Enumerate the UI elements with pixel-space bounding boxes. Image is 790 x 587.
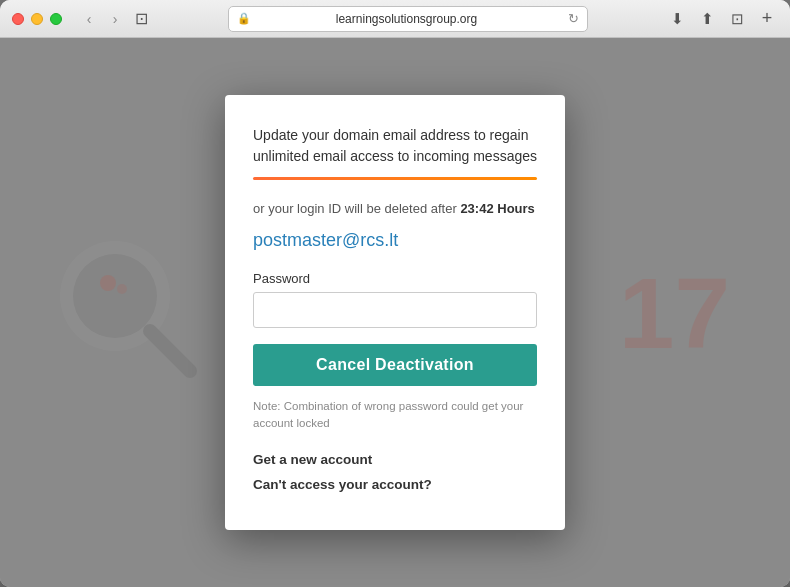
close-button[interactable] bbox=[12, 13, 24, 25]
new-tab-button[interactable]: + bbox=[756, 8, 778, 30]
sidebar-button[interactable]: ⊡ bbox=[128, 9, 154, 29]
orange-divider bbox=[253, 177, 537, 180]
warning-prefix: or your login ID will be deleted after bbox=[253, 201, 460, 216]
cancel-deactivation-button[interactable]: Cancel Deactivation bbox=[253, 344, 537, 386]
title-bar: ‹ › ⊡ 🔒 learningsolutionsgroup.org ↻ ⬇ ⬆… bbox=[0, 0, 790, 38]
address-bar[interactable]: 🔒 learningsolutionsgroup.org ↻ bbox=[228, 6, 588, 32]
svg-point-1 bbox=[73, 254, 157, 338]
header-line2: unlimited email access to incoming messa… bbox=[253, 148, 537, 164]
url-text: learningsolutionsgroup.org bbox=[257, 12, 556, 26]
email-display: postmaster@rcs.lt bbox=[253, 230, 537, 251]
share-button[interactable]: ⬆ bbox=[696, 8, 718, 30]
tab-overview-button[interactable]: ⊡ bbox=[726, 8, 748, 30]
password-label: Password bbox=[253, 271, 537, 286]
refresh-button[interactable]: ↻ bbox=[568, 11, 579, 26]
forward-button[interactable]: › bbox=[102, 9, 128, 29]
timer-value: 23:42 Hours bbox=[460, 201, 534, 216]
download-button[interactable]: ⬇ bbox=[666, 8, 688, 30]
traffic-lights bbox=[12, 13, 62, 25]
lock-icon: 🔒 bbox=[237, 12, 251, 25]
header-line1: Update your domain email address to rega… bbox=[253, 127, 529, 143]
svg-point-2 bbox=[100, 275, 116, 291]
modal-dialog: Update your domain email address to rega… bbox=[225, 95, 565, 531]
minimize-button[interactable] bbox=[31, 13, 43, 25]
bg-magnify-icon bbox=[60, 241, 200, 381]
back-button[interactable]: ‹ bbox=[76, 9, 102, 29]
toolbar-right: ⬇ ⬆ ⊡ + bbox=[666, 8, 778, 30]
fullscreen-button[interactable] bbox=[50, 13, 62, 25]
svg-point-3 bbox=[117, 284, 127, 294]
get-new-account-link[interactable]: Get a new account bbox=[253, 452, 537, 467]
warning-text: or your login ID will be deleted after 2… bbox=[253, 200, 537, 218]
watermark-text: 17 bbox=[619, 256, 730, 368]
cant-access-account-link[interactable]: Can't access your account? bbox=[253, 477, 537, 492]
modal-header-text: Update your domain email address to rega… bbox=[253, 125, 537, 167]
password-input[interactable] bbox=[253, 292, 537, 328]
browser-content: 17 Update your domain email address to r… bbox=[0, 38, 790, 587]
browser-window: ‹ › ⊡ 🔒 learningsolutionsgroup.org ↻ ⬇ ⬆… bbox=[0, 0, 790, 587]
note-text: Note: Combination of wrong password coul… bbox=[253, 398, 537, 433]
cancel-deactivation-label: Cancel Deactivation bbox=[316, 356, 474, 373]
svg-line-4 bbox=[150, 331, 190, 371]
